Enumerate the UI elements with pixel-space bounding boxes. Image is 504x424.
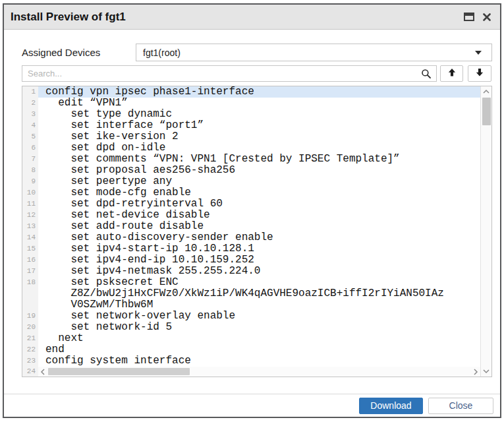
code-text: set network-id 5 bbox=[38, 322, 480, 333]
vertical-scrollbar[interactable] bbox=[480, 86, 491, 377]
search-icon bbox=[421, 69, 432, 82]
line-number: 23 bbox=[22, 355, 38, 367]
code-text: set dpd-retryinterval 60 bbox=[38, 198, 480, 210]
code-line[interactable]: 7 set comments “VPN: VPN1 [Crested by IP… bbox=[22, 154, 480, 165]
code-line[interactable]: 18 set psksecret ENC bbox=[22, 277, 480, 288]
code-line[interactable]: 5 set ike-version 2 bbox=[22, 131, 480, 142]
search-box bbox=[22, 65, 437, 82]
code-line[interactable]: 22 end bbox=[22, 344, 480, 355]
chevron-down-icon bbox=[475, 51, 482, 55]
code-text: Z8Z/bwU2j1HxCFWz0/XkWz1iP/WK4qAGVHE9oazI… bbox=[38, 288, 480, 299]
code-line[interactable]: V0SZwM/Thbw6M bbox=[22, 299, 480, 311]
assigned-devices-select[interactable]: fgt1(root) bbox=[136, 44, 492, 61]
line-number: 20 bbox=[22, 322, 38, 333]
code-line[interactable]: 15 set ipv4-start-ip 10.10.128.1 bbox=[22, 243, 480, 255]
code-text: set ipv4-end-ip 10.10.159.252 bbox=[38, 255, 480, 266]
arrow-down-icon bbox=[475, 68, 484, 79]
line-number: 3 bbox=[22, 109, 38, 120]
line-number: 18 bbox=[22, 277, 38, 288]
code-line[interactable]: 10 set mode-cfg enable bbox=[22, 187, 480, 198]
window-maximize-icon[interactable] bbox=[464, 13, 474, 21]
assigned-devices-row: Assigned Devices fgt1(root) bbox=[22, 44, 492, 61]
code-text: config vpn ipsec phase1-interface bbox=[38, 86, 480, 98]
code-text: next bbox=[38, 333, 480, 344]
line-number: 19 bbox=[22, 311, 38, 322]
code-text: set add-route disable bbox=[38, 221, 480, 232]
code-line[interactable]: 2 edit “VPN1” bbox=[22, 98, 480, 109]
code-text: set net-device disable bbox=[38, 210, 480, 221]
line-number: 8 bbox=[22, 165, 38, 176]
code-line[interactable]: 20 set network-id 5 bbox=[22, 322, 480, 333]
titlebar-icons bbox=[464, 13, 491, 21]
line-number: 6 bbox=[22, 142, 38, 154]
code-text: set ipv4-netmask 255.255.224.0 bbox=[38, 266, 480, 277]
line-number: 22 bbox=[22, 344, 38, 355]
code-viewer[interactable]: 1 config vpn ipsec phase1-interface 2 ed… bbox=[22, 86, 492, 377]
code-line[interactable]: Z8Z/bwU2j1HxCFWz0/XkWz1iP/WK4qAGVHE9oazI… bbox=[22, 288, 480, 299]
line-number: 10 bbox=[22, 187, 38, 198]
code-line[interactable]: 23 config system interface bbox=[22, 355, 480, 367]
code-line[interactable]: 8 set proposal aes256-sha256 bbox=[22, 165, 480, 176]
page: Install Preview of fgt1 Assigned De bbox=[0, 0, 504, 424]
line-number: 17 bbox=[22, 266, 38, 277]
download-button[interactable]: Download bbox=[359, 398, 423, 414]
scroll-up-icon[interactable] bbox=[481, 86, 491, 97]
search-prev-button[interactable] bbox=[440, 65, 463, 82]
line-number: 15 bbox=[22, 243, 38, 255]
horizontal-scrollbar-row: 24 bbox=[22, 367, 480, 377]
code-text: config system interface bbox=[38, 355, 480, 367]
line-number: 11 bbox=[22, 198, 38, 210]
code-text: set proposal aes256-sha256 bbox=[38, 165, 480, 176]
dialog-titlebar: Install Preview of fgt1 bbox=[4, 5, 500, 30]
line-number: 13 bbox=[22, 221, 38, 232]
code-line[interactable]: 1 config vpn ipsec phase1-interface bbox=[22, 86, 480, 98]
code-line[interactable]: 17 set ipv4-netmask 255.255.224.0 bbox=[22, 266, 480, 277]
code-line[interactable]: 12 set net-device disable bbox=[22, 210, 480, 221]
close-button[interactable]: Close bbox=[428, 398, 493, 414]
line-number: 2 bbox=[22, 98, 38, 109]
search-row bbox=[22, 65, 492, 82]
search-input[interactable] bbox=[22, 66, 436, 81]
install-preview-dialog: Install Preview of fgt1 Assigned De bbox=[3, 3, 501, 418]
line-number: 1 bbox=[22, 86, 38, 98]
code-text: set ipv4-start-ip 10.10.128.1 bbox=[38, 243, 480, 255]
code-line[interactable]: 3 set type dynamic bbox=[22, 109, 480, 120]
horizontal-scroll-track[interactable] bbox=[47, 367, 471, 376]
code-line[interactable]: 14 set auto-discovery-sender enable bbox=[22, 232, 480, 243]
line-number: 5 bbox=[22, 131, 38, 142]
line-number: 21 bbox=[22, 333, 38, 344]
dialog-body: Assigned Devices fgt1(root) bbox=[4, 30, 500, 394]
code-text: set psksecret ENC bbox=[38, 277, 480, 288]
line-number bbox=[22, 299, 38, 311]
line-number: 24 bbox=[22, 367, 38, 377]
assigned-devices-value: fgt1(root) bbox=[143, 47, 181, 58]
code-line[interactable]: 11 set dpd-retryinterval 60 bbox=[22, 198, 480, 210]
code-text: edit “VPN1” bbox=[38, 98, 480, 109]
code-line[interactable]: 4 set interface “port1” bbox=[22, 120, 480, 131]
code-line[interactable]: 13 set add-route disable bbox=[22, 221, 480, 232]
code-line[interactable]: 19 set network-overlay enable bbox=[22, 311, 480, 322]
scroll-left-icon[interactable] bbox=[38, 369, 47, 375]
close-icon[interactable] bbox=[483, 13, 491, 21]
code-text: set ike-version 2 bbox=[38, 131, 480, 142]
line-number bbox=[22, 288, 38, 299]
code-line[interactable]: 6 set dpd on-idle bbox=[22, 142, 480, 154]
horizontal-scroll-thumb[interactable] bbox=[48, 368, 190, 375]
line-number: 9 bbox=[22, 176, 38, 187]
code-line[interactable]: 16 set ipv4-end-ip 10.10.159.252 bbox=[22, 255, 480, 266]
arrow-up-icon bbox=[447, 68, 457, 79]
search-next-button[interactable] bbox=[468, 65, 491, 82]
code-text: set comments “VPN: VPN1 [Crested by IPSE… bbox=[38, 154, 480, 165]
code-text: set dpd on-idle bbox=[38, 142, 480, 154]
scroll-right-icon[interactable] bbox=[471, 369, 480, 375]
scroll-down-icon[interactable] bbox=[481, 366, 491, 377]
line-number: 12 bbox=[22, 210, 38, 221]
code-line[interactable]: 21 next bbox=[22, 333, 480, 344]
dialog-title: Install Preview of fgt1 bbox=[11, 11, 126, 24]
code-line[interactable]: 9 set peertype any bbox=[22, 176, 480, 187]
code-main: 1 config vpn ipsec phase1-interface 2 ed… bbox=[22, 86, 480, 377]
vertical-scroll-thumb[interactable] bbox=[482, 98, 491, 125]
code-text: set peertype any bbox=[38, 176, 480, 187]
line-number: 16 bbox=[22, 255, 38, 266]
horizontal-scrollbar[interactable] bbox=[38, 367, 480, 377]
